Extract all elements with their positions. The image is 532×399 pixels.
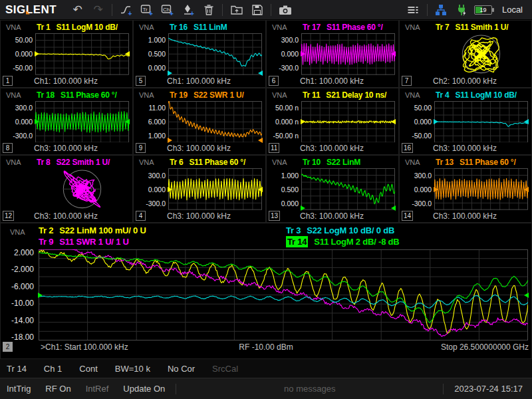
trace-legend: Tr 2S22 LinM 100 mU/ 0 UTr 3S22 LogM 10 … <box>1 225 531 247</box>
reference-marker-right <box>258 187 263 192</box>
menu-button[interactable] <box>403 1 424 19</box>
trace-title[interactable]: Tr 10S22 LinM <box>303 158 360 167</box>
status-item[interactable]: Cont <box>79 364 97 374</box>
delete-button[interactable] <box>198 1 219 19</box>
trace-name: Tr 18 <box>37 90 55 100</box>
trace-add-icon: Tr+ <box>140 3 154 17</box>
trace-format: S11 Phase 60 °/ <box>460 158 516 167</box>
legend-item[interactable]: Tr 2S22 LinM 100 mU/ 0 U <box>39 225 286 236</box>
status-item[interactable]: No Cor <box>168 364 195 374</box>
legend-item[interactable]: Tr 14S11 LogM 2 dB/ -8 dB <box>286 236 531 247</box>
trace-title[interactable]: Tr 19S22 SWR 1 U/ <box>170 90 244 100</box>
y-tick-label: 0.000 <box>414 186 432 194</box>
battery-indicator[interactable]: 19 <box>474 5 492 15</box>
trace-window[interactable]: VNA Tr 6S11 Phase 60 °/ 300.00.000-300.0… <box>133 155 266 223</box>
status-item[interactable]: IntRef <box>86 384 109 394</box>
trace-window[interactable]: VNA Tr 17S11 Phase 60 °/ 300.00.000-300.… <box>266 20 399 88</box>
trace-window[interactable]: VNA Tr 13S11 Phase 60 °/ 300.00.000-300.… <box>399 155 532 223</box>
trace-window-header: VNA Tr 11S21 Delay 10 ns/ <box>267 89 397 101</box>
folder-open-icon <box>230 3 243 17</box>
add-trace-button[interactable]: Tr+ <box>136 1 157 19</box>
y-axis-labels: 2.000-2.000-6.000-10.00-14.00-18.00 <box>1 249 39 340</box>
trace-window[interactable]: VNA Tr 11S21 Delay 10 ns/ 50.00 n0.000 n… <box>266 88 399 156</box>
trace-format: S11 Phase 60 °/ <box>190 158 246 167</box>
status-item[interactable]: Ch 1 <box>44 364 62 374</box>
trash-icon <box>202 3 215 17</box>
trace-format: S22 LogM 10 dB/ 0 dB <box>307 225 394 235</box>
save-icon <box>251 3 264 17</box>
trace-window-grid: VNA Tr 1S11 LogM 10 dB/ 50.000.000-50.00… <box>0 20 532 223</box>
status-item[interactable]: SrcCal <box>212 364 238 374</box>
y-axis-labels: 300.00.000-300.0 <box>267 33 301 75</box>
power-status-button[interactable] <box>452 1 472 19</box>
plot-area <box>301 168 395 210</box>
trace-window-footer: 9 Ch3: 100.000 kHz <box>134 142 264 154</box>
legend-item[interactable]: Tr 3S22 LogM 10 dB/ 0 dB <box>286 225 531 236</box>
trace-title[interactable]: Tr 18S11 Phase 60 °/ <box>37 90 117 100</box>
trace-name: Tr 8 <box>37 158 51 167</box>
recall-file-button[interactable] <box>226 1 247 19</box>
network-status-button[interactable] <box>431 1 452 19</box>
y-tick-label: -14.00 <box>11 316 34 325</box>
trace-name: Tr 9 <box>39 236 53 247</box>
svg-text:Tr: Tr <box>142 6 148 12</box>
y-tick-label: 0.500 <box>281 186 299 194</box>
trace-name: Tr 3 <box>286 225 301 236</box>
trace-window[interactable]: VNA Tr 7S11 Smith 1 U/ 7 Ch2: 100.000 kH… <box>399 20 532 88</box>
y-tick-label: 300.0 <box>281 36 299 44</box>
plot-area <box>35 33 129 75</box>
trace-title[interactable]: Tr 11S21 Delay 10 ns/ <box>303 90 386 100</box>
trace-window[interactable]: VNA Tr 19S22 SWR 1 U/ 11.006.0001.000 9 … <box>133 88 266 156</box>
trace-title[interactable]: Tr 6S11 Phase 60 °/ <box>170 158 245 167</box>
plot-area <box>168 168 262 210</box>
trace-window[interactable]: VNA Tr 4S11 LogM 10 dB/ 50.000.000-50.00… <box>399 88 532 156</box>
active-trace-window[interactable]: VNA Tr 2S22 LinM 100 mU/ 0 UTr 3S22 LogM… <box>0 223 532 359</box>
legend-item[interactable]: Tr 9S11 SWR 1 U/ 1 U <box>39 236 286 247</box>
trace-window[interactable]: VNA Tr 16S11 LinM 1.0000.5000.000 5 Ch1:… <box>133 20 266 88</box>
trace-title[interactable]: Tr 13S11 Phase 60 °/ <box>436 158 516 167</box>
trace-title[interactable]: Tr 1S11 LogM 10 dB/ <box>37 23 118 32</box>
trace-plot-svg <box>434 33 528 75</box>
trace-window[interactable]: VNA Tr 10S22 LinM 1.0000.5000.000 13 Ch3… <box>266 155 399 223</box>
plot-area <box>39 249 528 340</box>
trace-title[interactable]: Tr 7S11 Smith 1 U/ <box>436 23 508 32</box>
vna-screen: SIGLENT ↶ ↷ + Tr+ Ch+ + <box>0 0 532 399</box>
trace-window[interactable]: VNA Tr 18S11 Phase 60 °/ 300.00.000-300.… <box>0 88 133 156</box>
add-marker-button[interactable]: + <box>178 1 198 19</box>
trace-format: S11 SWR 1 U/ 1 U <box>59 237 128 247</box>
add-channel-button[interactable]: Ch+ <box>157 1 178 19</box>
status-item[interactable]: RF On <box>45 384 70 394</box>
y-tick-label: -300.0 <box>13 132 33 140</box>
redo-button[interactable]: ↷ <box>88 1 108 19</box>
trace-title[interactable]: Tr 8S22 Smith 1 U/ <box>37 158 110 167</box>
y-axis-labels <box>400 33 434 75</box>
trace-window-body <box>400 33 530 75</box>
trace-window-header: VNA Tr 6S11 Phase 60 °/ <box>134 156 264 168</box>
trace-title[interactable]: Tr 16S11 LinM <box>170 23 227 32</box>
toolbar-separator <box>427 4 428 16</box>
y-tick-label: 0.000 <box>414 118 432 126</box>
status-item[interactable]: Tr 14 <box>7 364 27 374</box>
trace-window-footer: 1 Ch1: 100.000 kHz <box>1 75 131 87</box>
trace-window[interactable]: VNA Tr 8S22 Smith 1 U/ 12 Ch3: 100.000 k… <box>0 155 133 223</box>
y-axis-labels: 300.00.000-300.0 <box>400 168 434 210</box>
smith-trace <box>464 38 499 72</box>
undo-button[interactable]: ↶ <box>67 1 88 19</box>
y-tick-label: 1.000 <box>148 36 166 44</box>
trace-window[interactable]: VNA Tr 1S11 LogM 10 dB/ 50.000.000-50.00… <box>0 20 133 88</box>
trace-title[interactable]: Tr 17S11 Phase 60 °/ <box>303 23 383 32</box>
status-item[interactable]: Update On <box>123 384 165 394</box>
reference-marker-right <box>391 51 396 57</box>
trace-window-body: 300.00.000-300.0 <box>267 33 397 75</box>
screenshot-button[interactable] <box>275 1 295 19</box>
status-item[interactable]: IntTrig <box>7 384 31 394</box>
trace-format: S21 Delay 10 ns/ <box>326 90 386 100</box>
add-limit-curve-button[interactable]: + <box>116 1 136 19</box>
save-button[interactable] <box>247 1 267 19</box>
y-axis-labels: 300.00.000-300.0 <box>1 101 35 143</box>
trace-title[interactable]: Tr 4S11 LogM 10 dB/ <box>436 90 517 100</box>
y-tick-label: -10.00 <box>11 299 34 308</box>
status-item[interactable]: BW=10 k <box>115 364 150 374</box>
reference-marker-left <box>301 119 305 124</box>
local-mode-label[interactable]: Local <box>502 5 523 15</box>
